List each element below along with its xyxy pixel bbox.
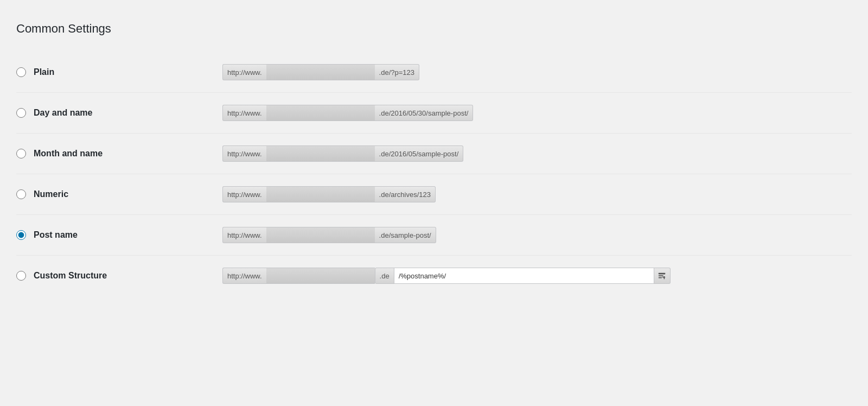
url-prefix-day-and-name: http://www. xyxy=(222,105,266,121)
option-row-post-name: Post name http://www. .de/sample-post/ xyxy=(16,215,852,256)
custom-structure-input[interactable] xyxy=(394,268,654,284)
option-row-numeric: Numeric http://www. .de/archives/123 xyxy=(16,174,852,215)
url-middle-placeholder-month-and-name xyxy=(266,145,375,162)
url-prefix-post-name: http://www. xyxy=(222,227,266,243)
radio-label-group-plain: Plain xyxy=(16,67,222,77)
radio-numeric[interactable] xyxy=(16,189,26,199)
url-display-post-name: http://www. .de/sample-post/ xyxy=(222,227,436,243)
svg-rect-4 xyxy=(662,277,665,278)
insert-tag-button[interactable] xyxy=(654,268,671,284)
url-suffix-day-and-name: .de/2016/05/30/sample-post/ xyxy=(375,105,474,121)
url-prefix-plain: http://www. xyxy=(222,64,266,80)
url-prefix-custom-structure: http://www. xyxy=(222,268,266,284)
url-middle-placeholder-custom-structure xyxy=(266,268,375,284)
option-row-plain: Plain http://www. .de/?p=123 xyxy=(16,52,852,93)
url-middle-placeholder-plain xyxy=(266,64,375,80)
radio-label-group-post-name: Post name xyxy=(16,230,222,240)
label-month-and-name[interactable]: Month and name xyxy=(34,149,103,158)
option-row-custom-structure: Custom Structure http://www. .de xyxy=(16,256,852,296)
label-post-name[interactable]: Post name xyxy=(34,230,78,240)
url-middle-placeholder-post-name xyxy=(266,227,375,243)
radio-custom-structure[interactable] xyxy=(16,271,26,281)
url-suffix-post-name: .de/sample-post/ xyxy=(375,227,436,243)
svg-rect-1 xyxy=(659,275,663,276)
radio-label-group-numeric: Numeric xyxy=(16,189,222,199)
settings-list: Plain http://www. .de/?p=123 Day and nam… xyxy=(16,52,852,296)
url-middle-placeholder-numeric xyxy=(266,186,375,202)
svg-rect-2 xyxy=(659,277,662,278)
insert-tag-icon xyxy=(658,271,666,280)
url-display-day-and-name: http://www. .de/2016/05/30/sample-post/ xyxy=(222,105,473,121)
label-day-and-name[interactable]: Day and name xyxy=(34,108,92,118)
radio-label-group-custom-structure: Custom Structure xyxy=(16,271,222,281)
url-display-custom-structure: http://www. .de xyxy=(222,268,671,284)
url-middle-placeholder-day-and-name xyxy=(266,105,375,121)
radio-month-and-name[interactable] xyxy=(16,149,26,158)
url-prefix-numeric: http://www. xyxy=(222,186,266,202)
url-suffix-numeric: .de/archives/123 xyxy=(375,186,436,202)
url-suffix-custom-structure: .de xyxy=(375,268,394,284)
radio-post-name[interactable] xyxy=(16,230,26,240)
url-suffix-plain: .de/?p=123 xyxy=(375,64,419,80)
radio-label-group-day-and-name: Day and name xyxy=(16,108,222,118)
page-title: Common Settings xyxy=(16,22,852,36)
url-display-numeric: http://www. .de/archives/123 xyxy=(222,186,436,202)
url-display-month-and-name: http://www. .de/2016/05/sample-post/ xyxy=(222,145,463,162)
radio-day-and-name[interactable] xyxy=(16,108,26,118)
url-prefix-month-and-name: http://www. xyxy=(222,145,266,162)
url-suffix-month-and-name: .de/2016/05/sample-post/ xyxy=(375,145,464,162)
radio-plain[interactable] xyxy=(16,67,26,77)
url-display-plain: http://www. .de/?p=123 xyxy=(222,64,419,80)
option-row-month-and-name: Month and name http://www. .de/2016/05/s… xyxy=(16,134,852,174)
radio-label-group-month-and-name: Month and name xyxy=(16,149,222,158)
option-row-day-and-name: Day and name http://www. .de/2016/05/30/… xyxy=(16,93,852,134)
label-custom-structure[interactable]: Custom Structure xyxy=(34,271,107,281)
label-plain[interactable]: Plain xyxy=(34,67,54,77)
label-numeric[interactable]: Numeric xyxy=(34,189,68,199)
svg-rect-0 xyxy=(659,273,665,275)
page-container: Common Settings Plain http://www. .de/?p… xyxy=(11,11,857,307)
